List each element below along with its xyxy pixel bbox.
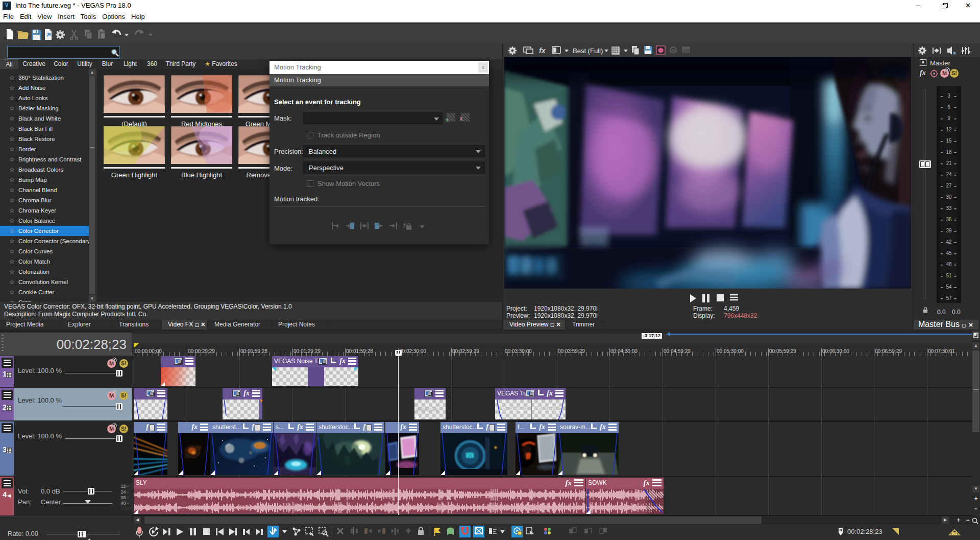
svg-text:12: 12 [946,127,952,132]
svg-text:57: 57 [946,295,952,301]
svg-text:15: 15 [946,138,952,144]
svg-text:42: 42 [946,239,952,245]
svg-text:39: 39 [946,228,952,233]
svg-text:6: 6 [947,104,950,110]
svg-text:51: 51 [946,273,952,278]
svg-text:45: 45 [946,250,952,256]
svg-text:18: 18 [946,149,952,155]
svg-text:9: 9 [947,115,950,121]
svg-text:fx: fx [539,46,546,55]
svg-text:60: 60 [671,49,675,52]
svg-text:30: 30 [946,194,952,200]
svg-text:54: 54 [946,284,952,290]
svg-text:f: f [403,222,406,230]
svg-text:48: 48 [946,262,952,267]
svg-text:3: 3 [947,93,950,99]
svg-text:36: 36 [946,217,952,222]
svg-text:Best (Full): Best (Full) [573,47,603,55]
svg-text:HDR: HDR [683,49,690,52]
svg-text:21: 21 [946,160,952,166]
svg-text:27: 27 [946,183,952,189]
svg-text:33: 33 [946,205,952,211]
svg-text:24: 24 [946,172,952,177]
